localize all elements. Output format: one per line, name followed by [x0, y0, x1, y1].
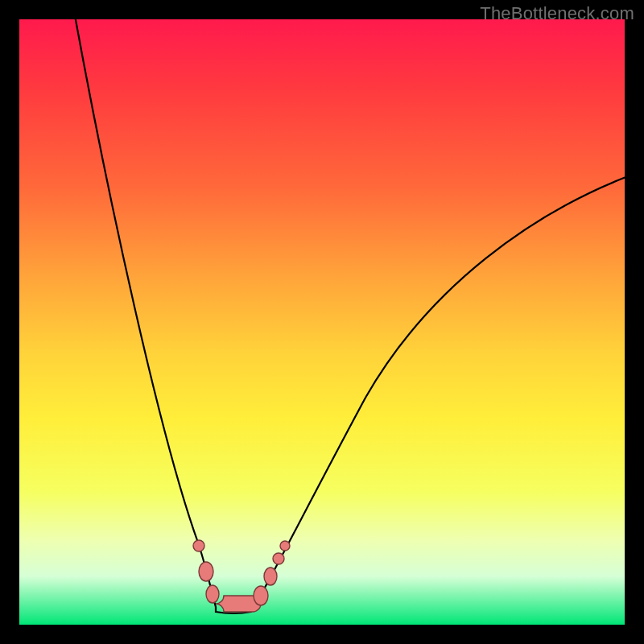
bead: [206, 585, 219, 603]
bead: [199, 562, 213, 581]
bead: [193, 540, 204, 551]
watermark-text: TheBottleneck.com: [480, 3, 634, 24]
curve-path: [74, 11, 628, 613]
bead: [264, 568, 277, 585]
bottleneck-curve: [19, 19, 625, 625]
bead: [254, 586, 268, 605]
bead-cluster: [193, 540, 290, 612]
bead: [273, 553, 284, 564]
chart-plot-area: [19, 19, 625, 625]
bead: [280, 541, 290, 551]
